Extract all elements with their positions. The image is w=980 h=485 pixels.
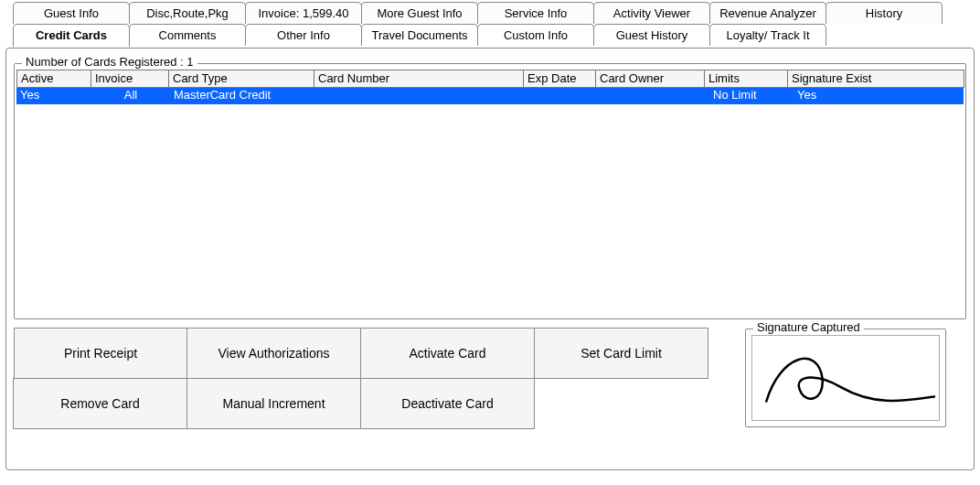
cell-card-owner bbox=[600, 88, 709, 104]
view-authorizations-button[interactable]: View Authorizations bbox=[186, 328, 361, 379]
tab-activity-viewer[interactable]: Activity Viewer bbox=[593, 2, 710, 24]
credit-cards-panel: Number of Cards Registered : 1 Active In… bbox=[5, 48, 975, 470]
button-area: Print Receipt View Authorizations Activa… bbox=[14, 329, 966, 429]
tab-row-lower: Credit Cards Comments Other Info Travel … bbox=[0, 24, 980, 48]
col-card-type[interactable]: Card Type bbox=[168, 70, 314, 88]
tab-invoice[interactable]: Invoice: 1,599.40 bbox=[245, 2, 362, 24]
signature-image bbox=[751, 335, 940, 421]
tab-revenue-analyzer[interactable]: Revenue Analyzer bbox=[709, 2, 826, 24]
col-exp-date[interactable]: Exp Date bbox=[523, 70, 596, 88]
deactivate-card-button[interactable]: Deactivate Card bbox=[360, 378, 535, 429]
col-signature-exist[interactable]: Signature Exist bbox=[787, 70, 964, 88]
button-grid: Print Receipt View Authorizations Activa… bbox=[14, 329, 708, 429]
cell-exp-date bbox=[527, 88, 600, 104]
tab-more-guest-info[interactable]: More Guest Info bbox=[361, 2, 478, 24]
table-row[interactable]: Yes All MasterCard Credit No Limit Yes bbox=[16, 88, 964, 104]
tab-custom-info[interactable]: Custom Info bbox=[477, 24, 594, 46]
cell-limits: No Limit bbox=[709, 88, 794, 104]
cards-registered-fieldset: Number of Cards Registered : 1 Active In… bbox=[14, 63, 966, 319]
tab-history[interactable]: History bbox=[826, 2, 943, 24]
col-card-number[interactable]: Card Number bbox=[314, 70, 524, 88]
tab-service-info[interactable]: Service Info bbox=[477, 2, 594, 24]
tab-loyalty-track-it[interactable]: Loyalty/ Track It bbox=[709, 24, 826, 46]
col-active[interactable]: Active bbox=[16, 70, 91, 88]
signature-icon bbox=[752, 336, 939, 420]
remove-card-button[interactable]: Remove Card bbox=[13, 378, 187, 429]
tab-credit-cards[interactable]: Credit Cards bbox=[13, 24, 130, 48]
signature-captured-fieldset: Signature Captured bbox=[745, 329, 946, 427]
tab-travel-documents[interactable]: Travel Documents bbox=[361, 24, 478, 46]
cards-registered-legend: Number of Cards Registered : 1 bbox=[22, 55, 197, 69]
col-invoice[interactable]: Invoice bbox=[91, 70, 169, 88]
cell-card-number bbox=[316, 88, 527, 104]
grid-header-row: Active Invoice Card Type Card Number Exp… bbox=[16, 70, 964, 88]
col-card-owner[interactable]: Card Owner bbox=[595, 70, 705, 88]
signature-captured-legend: Signature Captured bbox=[753, 320, 864, 334]
cell-card-type: MasterCard Credit bbox=[170, 88, 316, 104]
set-card-limit-button[interactable]: Set Card Limit bbox=[534, 328, 708, 379]
activate-card-button[interactable]: Activate Card bbox=[360, 328, 535, 379]
manual-increment-button[interactable]: Manual Increment bbox=[186, 378, 361, 429]
tab-row-upper: Guest Info Disc,Route,Pkg Invoice: 1,599… bbox=[0, 0, 980, 24]
cell-sig-exist: Yes bbox=[794, 88, 964, 104]
cell-active: Yes bbox=[16, 88, 91, 104]
cell-invoice: All bbox=[91, 88, 170, 104]
tab-comments[interactable]: Comments bbox=[129, 24, 246, 46]
cards-grid[interactable]: Active Invoice Card Type Card Number Exp… bbox=[16, 70, 964, 317]
tab-disc-route-pkg[interactable]: Disc,Route,Pkg bbox=[129, 2, 246, 24]
tab-other-info[interactable]: Other Info bbox=[245, 24, 362, 46]
col-limits[interactable]: Limits bbox=[704, 70, 788, 88]
tab-container: Guest Info Disc,Route,Pkg Invoice: 1,599… bbox=[0, 0, 980, 48]
tab-guest-info[interactable]: Guest Info bbox=[13, 2, 130, 24]
tab-guest-history[interactable]: Guest History bbox=[593, 24, 710, 46]
print-receipt-button[interactable]: Print Receipt bbox=[14, 328, 187, 379]
